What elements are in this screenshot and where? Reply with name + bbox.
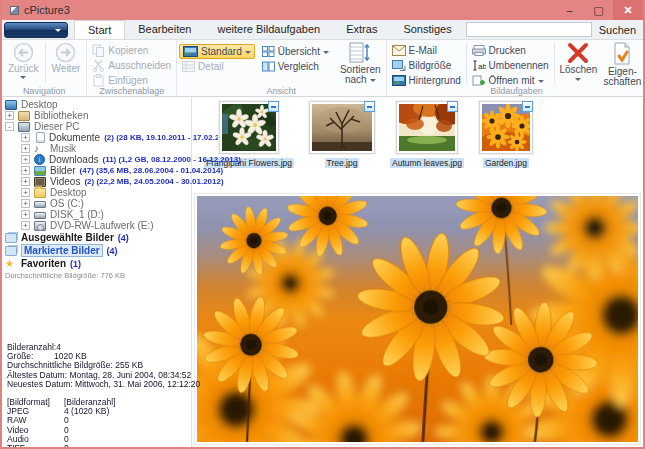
copy-button[interactable]: Kopieren [89,43,174,58]
tree-item-os-c[interactable]: +OS (C:) [2,198,191,209]
title-bar: cPicture3 – ▢ ✕ [2,0,643,20]
search-button[interactable]: Suchen [592,24,643,36]
overview-button[interactable]: Übersicht [259,44,332,59]
thumbnail-checkbox[interactable] [447,101,458,112]
tree-item-dokumente[interactable]: +Dokumente(2) (28 KB, 19.10.2011 - 17.02… [2,132,191,143]
tree-item-musik[interactable]: +Musik [2,143,191,154]
tree-item-dieser-pc[interactable]: -Dieser PC [2,121,191,132]
stat-newest-date: Neuestes Datum: Mittwoch, 31. Mai 2006, … [7,380,200,389]
forward-button[interactable]: Weiter [48,41,85,74]
folder-meta: (11) (1,2 GB, 08.12.2000 - 16.12.2013) [102,155,240,164]
compare-panes-icon [262,61,275,72]
garden-preview-image [197,196,638,442]
rename-text-cursor-icon: ab [472,60,486,71]
printer-icon [472,45,486,56]
tree-thumbnail-image [312,104,372,151]
thumbnail-autumn-leaves[interactable]: Autumn leaves.jpg [390,101,464,168]
thumbnail-checkbox[interactable] [268,101,279,112]
forward-label: Weiter [52,63,81,74]
expand-icon[interactable]: + [21,177,30,186]
format-table: [Bildformat][Bilderanzahl] JPEG4 (1020 K… [7,398,200,449]
expand-icon[interactable]: + [21,166,30,175]
tree-item-bilder[interactable]: +Bilder(47) (35,6 MB, 28.06.2004 - 01.04… [2,165,191,176]
tree-item-ausgewaehlte-bilder[interactable]: Ausgewählte Bilder(4) [2,231,191,244]
expand-icon[interactable]: + [21,144,30,153]
tree-item-desktop[interactable]: +Desktop [2,187,191,198]
chevron-down-icon [323,51,329,57]
sort-button[interactable]: Sortieren nach [337,41,384,85]
delete-button[interactable]: Löschen [556,41,600,82]
close-button[interactable]: ✕ [613,0,643,20]
drive-icon [34,201,46,208]
chevron-down-icon [20,76,26,82]
tree-item-bibliotheken[interactable]: +Bibliotheken [2,110,191,121]
email-icon [392,45,406,56]
app-icon [10,6,19,15]
tree-item-markierte-bilder[interactable]: Markierte Bilder(4) [2,244,191,257]
ribbon-group-view: Standard Detail Übersicht Vergleich [177,40,386,96]
standard-view-button[interactable]: Standard [179,44,255,59]
format-row-tiff: TIFF0 [7,444,200,449]
tree-item-dvd-rw-e[interactable]: +DVD-RW-Laufwerk (E:) [2,220,191,231]
thumbnail-checkbox[interactable] [364,101,375,112]
tree-item-videos[interactable]: +Videos(2) (22,2 MB, 24.05.2004 - 30.01.… [2,176,191,187]
expand-icon[interactable]: + [5,111,14,120]
tab-sonstiges[interactable]: Sonstiges [390,20,464,39]
thumbnail-checkbox[interactable] [522,101,533,112]
tree-item-downloads[interactable]: +Downloads(11) (1,2 GB, 08.12.2000 - 16.… [2,154,191,165]
thumbnail-filename[interactable]: Garden.jpg [483,158,529,168]
expand-icon[interactable]: + [21,199,30,208]
image-preview-area[interactable] [194,193,641,445]
print-button[interactable]: Drucken [469,43,552,58]
maximize-button[interactable]: ▢ [584,0,613,20]
format-row-video: Video0 [7,426,200,435]
expand-icon[interactable]: + [21,155,30,164]
tab-bearbeiten[interactable]: Bearbeiten [125,20,204,39]
tree-item-desktop-root[interactable]: Desktop [2,99,191,110]
format-row-raw: RAW0 [7,416,200,425]
thumbnail-strip: Frangipani Flowers.jpg [192,97,643,192]
detail-view-button[interactable]: Detail [179,59,255,74]
thumbnail-filename[interactable]: Tree.jpg [325,158,360,168]
compare-button[interactable]: Vergleich [259,59,332,74]
email-button[interactable]: E-Mail [389,43,464,58]
statistics-panel: Bilderanzahl:4 Größe:1020 KB Durchschnit… [7,343,200,449]
downloads-icon [34,154,45,165]
folder-tree: Desktop +Bibliotheken -Dieser PC +Dokume… [2,97,191,280]
music-icon [34,144,46,154]
expand-icon[interactable]: + [21,221,30,230]
collapse-icon[interactable]: - [5,122,14,131]
count-badge: (1) [70,259,81,269]
tab-weitere-bildaufgaben[interactable]: weitere Bildaufgaben [204,20,333,39]
scissors-icon [92,59,105,72]
cut-button[interactable]: Ausschneiden [89,58,174,73]
tab-extras[interactable]: Extras [333,20,390,39]
thumbnail-filename[interactable]: Autumn leaves.jpg [390,158,464,168]
expand-icon[interactable]: + [21,210,30,219]
window-title: cPicture3 [24,4,70,16]
folder-meta: (2) (22,2 MB, 24.05.2004 - 30.01.2012) [84,177,223,186]
folder-meta: (2) (28 KB, 19.10.2011 - 17.02.2012) [104,133,235,142]
tree-item-favoriten[interactable]: Favoriten(1) [2,257,191,270]
chevron-down-icon [538,80,544,86]
expand-icon[interactable]: + [21,133,30,142]
tree-item-disk1-d[interactable]: +DISK_1 (D:) [2,209,191,220]
ribbon-group-clipboard: Kopieren Ausschneiden Einfügen Zwischena… [87,40,177,96]
back-button[interactable]: Zurück [4,41,43,80]
expand-icon[interactable]: + [21,188,30,197]
thumbnail-garden[interactable]: Garden.jpg [479,101,533,168]
search-input[interactable] [466,22,592,37]
minimize-button[interactable]: – [555,0,584,20]
tab-start[interactable]: Start [74,20,125,39]
application-menu-button[interactable] [4,22,68,38]
detail-list-icon [182,61,195,72]
rename-button[interactable]: ab Umbenennen [469,58,552,73]
image-size-button[interactable]: Bildgröße [389,58,464,73]
count-badge: (4) [118,233,129,243]
properties-button[interactable]: Eigen-schaften [600,41,644,87]
desktop-icon [5,100,17,110]
chevron-down-icon [370,79,376,85]
ribbon: Zurück Weiter Navigation Kopieren [2,40,643,97]
thumbnail-tree[interactable]: Tree.jpg [309,101,375,168]
average-size-note: Durchschnittliche Bildgröße: 776 KB [2,271,191,280]
